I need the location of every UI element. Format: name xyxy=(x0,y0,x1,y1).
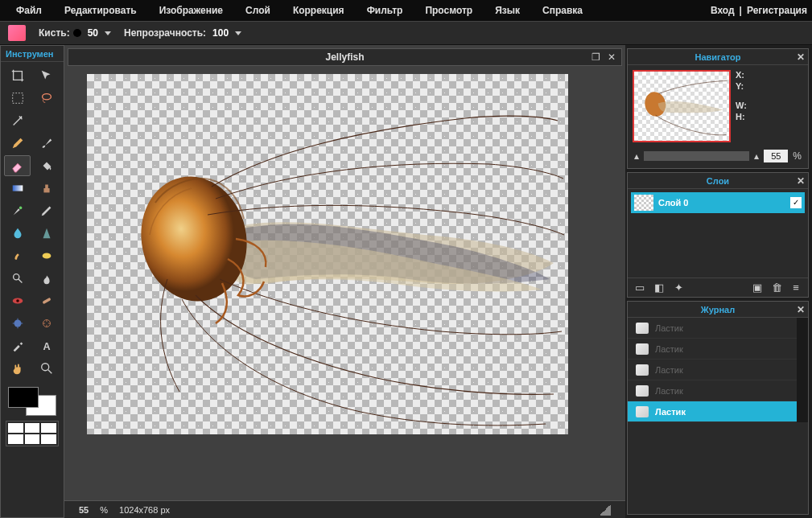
layer-name[interactable]: Слой 0 xyxy=(658,198,785,208)
history-item[interactable]: Ластик xyxy=(628,401,797,422)
delete-layer-icon[interactable]: 🗑 xyxy=(769,282,784,294)
bloat-tool[interactable] xyxy=(4,313,31,334)
dodge-tool[interactable] xyxy=(4,268,31,289)
close-icon[interactable]: ✕ xyxy=(797,175,805,187)
navigator-header[interactable]: Навигатор ✕ xyxy=(628,49,808,65)
brush-size-value[interactable]: 50 xyxy=(84,27,101,39)
layer-menu-icon[interactable]: ≡ xyxy=(789,282,803,294)
hand-tool[interactable] xyxy=(4,358,31,379)
history-item[interactable]: Ластик xyxy=(628,318,797,339)
redeye-tool[interactable] xyxy=(4,290,31,311)
layers-list[interactable]: Слой 0 ✓ xyxy=(628,189,808,278)
history-label: Ластик xyxy=(655,323,683,333)
active-tool-icon xyxy=(8,25,26,41)
marquee-tool[interactable] xyxy=(4,88,31,109)
layer-visibility-checkbox[interactable]: ✓ xyxy=(790,197,802,208)
move-tool[interactable] xyxy=(33,65,60,86)
menu-help[interactable]: Справка xyxy=(531,5,594,16)
svg-rect-4 xyxy=(43,188,49,192)
toolbox-title: Инструмен xyxy=(1,46,64,62)
zoom-in-icon[interactable]: ▴ xyxy=(754,150,759,162)
nav-zoom-value[interactable]: 55 xyxy=(764,150,788,162)
canvas[interactable] xyxy=(87,74,603,494)
menu-adjust[interactable]: Коррекция xyxy=(282,5,356,16)
lasso-tool[interactable] xyxy=(33,88,60,109)
opacity-group[interactable]: Непрозрачность: 100 xyxy=(124,27,241,39)
layer-row[interactable]: Слой 0 ✓ xyxy=(631,192,805,213)
foreground-color[interactable] xyxy=(8,387,39,408)
zoom-track[interactable] xyxy=(644,151,749,161)
layers-header[interactable]: Слои ✕ xyxy=(628,173,808,189)
history-label: Ластик xyxy=(655,386,683,396)
menubar: Файл Редактировать Изображение Слой Корр… xyxy=(0,0,812,21)
eraser-icon xyxy=(636,343,649,355)
eraser-icon xyxy=(636,385,649,397)
zoom-out-icon[interactable]: ▴ xyxy=(634,150,639,162)
zoom-value[interactable]: 55 xyxy=(79,505,89,515)
chevron-down-icon[interactable] xyxy=(105,31,111,35)
draw-tool[interactable] xyxy=(33,200,60,221)
clone-tool[interactable] xyxy=(33,178,60,199)
svg-point-10 xyxy=(16,299,19,302)
new-layer-icon[interactable]: ▣ xyxy=(750,282,765,294)
eraser-tool[interactable] xyxy=(4,155,31,176)
bucket-tool[interactable] xyxy=(33,155,60,176)
layer-thumbnail[interactable] xyxy=(634,195,653,211)
chevron-down-icon[interactable] xyxy=(235,31,241,35)
navigator-thumbnail[interactable] xyxy=(633,70,731,142)
menu-view[interactable]: Просмотр xyxy=(414,5,484,16)
color-palette[interactable] xyxy=(6,421,59,446)
maximize-icon[interactable]: ❐ xyxy=(589,51,602,63)
resize-grip-icon[interactable] xyxy=(600,504,611,516)
fg-bg-colors[interactable] xyxy=(8,387,56,416)
menu-language[interactable]: Язык xyxy=(484,5,531,16)
menu-image[interactable]: Изображение xyxy=(148,5,234,16)
burn-tool[interactable] xyxy=(33,268,60,289)
eyedropper-tool[interactable] xyxy=(4,335,31,356)
close-icon[interactable]: ✕ xyxy=(797,304,805,315)
smudge-tool[interactable] xyxy=(4,245,31,266)
document-titlebar[interactable]: Jellyfish ❐ ✕ xyxy=(68,48,622,66)
crop-tool[interactable] xyxy=(4,65,31,86)
sharpen-tool[interactable] xyxy=(33,223,60,244)
spot-heal-tool[interactable] xyxy=(33,290,60,311)
wand-tool[interactable] xyxy=(4,110,31,131)
eraser-icon xyxy=(636,323,649,334)
history-item[interactable]: Ластик xyxy=(628,380,797,401)
layer-settings-icon[interactable]: ▭ xyxy=(633,282,647,294)
login-link[interactable]: Вход xyxy=(711,5,735,16)
history-list[interactable]: Ластик Ластик Ластик Ластик Ластик xyxy=(628,318,797,422)
canvas-area: Jellyfish ❐ ✕ xyxy=(64,45,625,518)
brush-size-group[interactable]: Кисть: 50 xyxy=(39,27,111,39)
zoom-tool[interactable] xyxy=(33,358,60,379)
menu-filter[interactable]: Фильтр xyxy=(356,5,414,16)
empty-tool xyxy=(33,110,60,131)
close-icon[interactable]: ✕ xyxy=(797,51,805,63)
eraser-icon xyxy=(636,364,649,376)
options-bar: Кисть: 50 Непрозрачность: 100 xyxy=(0,21,812,45)
history-item[interactable]: Ластик xyxy=(628,360,797,380)
brush-label: Кисть: xyxy=(39,27,70,39)
brush-tool[interactable] xyxy=(33,133,60,154)
register-link[interactable]: Регистрация xyxy=(747,5,807,16)
blur-tool[interactable] xyxy=(4,223,31,244)
layers-panel: Слои ✕ Слой 0 ✓ ▭ ◧ ✦ ▣ 🗑 ≡ xyxy=(627,172,809,298)
layer-mask-icon[interactable]: ◧ xyxy=(652,282,666,294)
type-tool[interactable]: A xyxy=(33,335,60,356)
history-scrollbar[interactable] xyxy=(797,318,808,422)
close-icon[interactable]: ✕ xyxy=(605,51,618,63)
pinch-tool[interactable] xyxy=(33,313,60,334)
pencil-tool[interactable] xyxy=(4,133,31,154)
menu-layer[interactable]: Слой xyxy=(234,5,282,16)
history-header[interactable]: Журнал ✕ xyxy=(628,302,808,318)
history-item[interactable]: Ластик xyxy=(628,339,797,360)
replace-color-tool[interactable] xyxy=(4,200,31,221)
menu-edit[interactable]: Редактировать xyxy=(53,5,148,16)
history-panel: Журнал ✕ Ластик Ластик Ластик Ластик Лас… xyxy=(627,301,809,515)
opacity-value[interactable]: 100 xyxy=(209,27,232,39)
menu-file[interactable]: Файл xyxy=(5,5,53,16)
navigator-zoom-slider[interactable]: ▴ ▴ 55 % xyxy=(628,147,808,168)
gradient-tool[interactable] xyxy=(4,178,31,199)
layer-styles-icon[interactable]: ✦ xyxy=(671,282,686,294)
sponge-tool[interactable] xyxy=(33,245,60,266)
